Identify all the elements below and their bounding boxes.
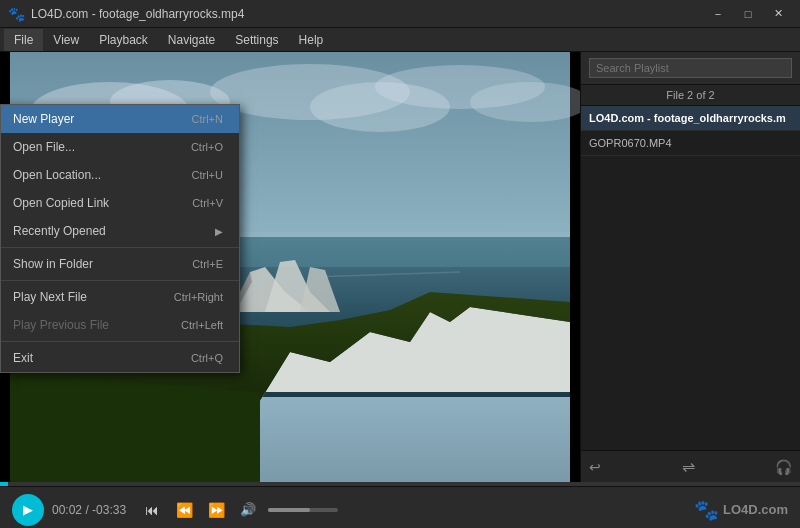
volume-button[interactable]: 🔊 <box>236 498 260 522</box>
menu-show-folder[interactable]: Show in Folder Ctrl+E <box>1 250 239 278</box>
new-player-shortcut: Ctrl+N <box>192 113 223 125</box>
volume-fill <box>268 508 310 512</box>
open-location-label: Open Location... <box>13 168 101 182</box>
close-button[interactable]: ✕ <box>764 4 792 24</box>
menu-file[interactable]: File <box>4 29 43 51</box>
menu-recently-opened[interactable]: Recently Opened ▶ <box>1 217 239 245</box>
title-bar: 🐾 LO4D.com - footage_oldharryrocks.mp4 −… <box>0 0 800 28</box>
menu-navigate[interactable]: Navigate <box>158 29 225 51</box>
shuffle-icon[interactable]: ⇌ <box>682 457 695 476</box>
sidebar: File 2 of 2 LO4D.com - footage_oldharryr… <box>580 52 800 482</box>
playlist-footer: ↩ ⇌ 🎧 <box>581 450 800 482</box>
app-logo-icon: 🐾 <box>8 6 25 22</box>
app-logo-area: 🐾 LO4D.com <box>694 498 788 522</box>
logo-icon: 🐾 <box>694 498 719 522</box>
menu-new-player[interactable]: New Player Ctrl+N <box>1 105 239 133</box>
new-player-label: New Player <box>13 112 74 126</box>
recently-opened-label: Recently Opened <box>13 224 106 238</box>
open-file-label: Open File... <box>13 140 75 154</box>
repeat-icon[interactable]: ↩ <box>589 459 601 475</box>
menu-open-location[interactable]: Open Location... Ctrl+U <box>1 161 239 189</box>
play-prev-shortcut: Ctrl+Left <box>181 319 223 331</box>
menu-play-next[interactable]: Play Next File Ctrl+Right <box>1 283 239 311</box>
search-input[interactable] <box>589 58 792 78</box>
open-copied-label: Open Copied Link <box>13 196 109 210</box>
play-prev-label: Play Previous File <box>13 318 109 332</box>
volume-slider[interactable] <box>268 508 338 512</box>
file-dropdown: New Player Ctrl+N Open File... Ctrl+O Op… <box>0 104 240 373</box>
play-next-shortcut: Ctrl+Right <box>174 291 223 303</box>
open-file-shortcut: Ctrl+O <box>191 141 223 153</box>
show-folder-label: Show in Folder <box>13 257 93 271</box>
playlist-item-1[interactable]: LO4D.com - footage_oldharryrocks.m <box>581 106 800 131</box>
playlist-items: LO4D.com - footage_oldharryrocks.m GOPR0… <box>581 106 800 450</box>
title-text: LO4D.com - footage_oldharryrocks.mp4 <box>31 7 244 21</box>
video-area[interactable]: New Player Ctrl+N Open File... Ctrl+O Op… <box>0 52 580 482</box>
menu-open-file[interactable]: Open File... Ctrl+O <box>1 133 239 161</box>
menu-view[interactable]: View <box>43 29 89 51</box>
separator-3 <box>1 341 239 342</box>
bottom-controls: ▶ 00:02 / -03:33 ⏮ ⏪ ⏩ 🔊 🐾 LO4D.com <box>0 486 800 528</box>
open-location-shortcut: Ctrl+U <box>192 169 223 181</box>
recently-opened-arrow: ▶ <box>215 226 223 237</box>
title-bar-left: 🐾 LO4D.com - footage_oldharryrocks.mp4 <box>8 6 244 22</box>
time-display: 00:02 / -03:33 <box>52 503 132 517</box>
exit-label: Exit <box>13 351 33 365</box>
playlist-search-container <box>581 52 800 85</box>
menu-playback[interactable]: Playback <box>89 29 158 51</box>
rewind-button[interactable]: ⏪ <box>172 498 196 522</box>
main-content: New Player Ctrl+N Open File... Ctrl+O Op… <box>0 52 800 482</box>
separator-2 <box>1 280 239 281</box>
prev-button[interactable]: ⏮ <box>140 498 164 522</box>
progress-bar[interactable] <box>0 482 800 486</box>
menu-play-prev: Play Previous File Ctrl+Left <box>1 311 239 339</box>
play-button[interactable]: ▶ <box>12 494 44 526</box>
menu-open-copied[interactable]: Open Copied Link Ctrl+V <box>1 189 239 217</box>
current-time: 00:02 <box>52 503 82 517</box>
exit-shortcut: Ctrl+Q <box>191 352 223 364</box>
playlist-item-2[interactable]: GOPR0670.MP4 <box>581 131 800 156</box>
progress-fill <box>0 482 8 486</box>
open-copied-shortcut: Ctrl+V <box>192 197 223 209</box>
separator-1 <box>1 247 239 248</box>
forward-button[interactable]: ⏩ <box>204 498 228 522</box>
menu-exit[interactable]: Exit Ctrl+Q <box>1 344 239 372</box>
maximize-button[interactable]: □ <box>734 4 762 24</box>
menu-settings[interactable]: Settings <box>225 29 288 51</box>
menu-bar: File View Playback Navigate Settings Hel… <box>0 28 800 52</box>
minimize-button[interactable]: − <box>704 4 732 24</box>
play-next-label: Play Next File <box>13 290 87 304</box>
title-bar-controls: − □ ✕ <box>704 4 792 24</box>
total-time: -03:33 <box>92 503 126 517</box>
show-folder-shortcut: Ctrl+E <box>192 258 223 270</box>
menu-help[interactable]: Help <box>289 29 334 51</box>
playlist-header: File 2 of 2 <box>581 85 800 106</box>
headphone-icon[interactable]: 🎧 <box>775 459 792 475</box>
logo-text: LO4D.com <box>723 502 788 517</box>
